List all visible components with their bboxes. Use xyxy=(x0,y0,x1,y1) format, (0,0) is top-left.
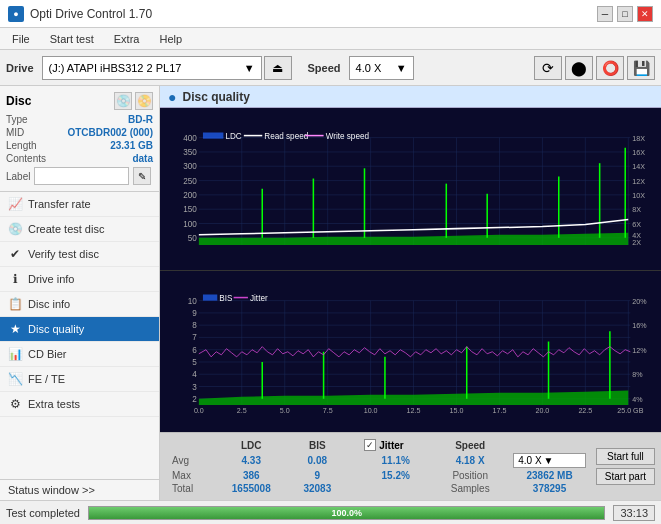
charts-container: 400 350 300 250 200 150 100 50 18X 16X 1… xyxy=(160,108,661,432)
erase-button[interactable]: ⭕ xyxy=(596,56,624,80)
menubar: File Start test Extra Help xyxy=(0,28,661,50)
app-icon: ● xyxy=(8,6,24,22)
sidebar-item-drive-info[interactable]: ℹ Drive info xyxy=(0,267,159,292)
cd-bier-icon: 📊 xyxy=(8,347,22,361)
disc-contents-key: Contents xyxy=(6,153,46,164)
progress-label: 100.0% xyxy=(331,508,362,518)
disc-panel-header: Disc 💿 📀 xyxy=(6,92,153,110)
svg-text:22.5: 22.5 xyxy=(578,407,592,415)
close-button[interactable]: ✕ xyxy=(637,6,653,22)
disc-panel: Disc 💿 📀 Type BD-R MID OTCBDR002 (000) L… xyxy=(0,86,159,192)
label-edit-button[interactable]: ✎ xyxy=(133,167,151,185)
drive-selector: (J:) ATAPI iHBS312 2 PL17 ▼ ⏏ xyxy=(42,56,292,80)
row-max-label: Max xyxy=(166,469,214,482)
window-controls: ─ □ ✕ xyxy=(597,6,653,22)
svg-text:Write speed: Write speed xyxy=(326,132,370,141)
nav-items: 📈 Transfer rate 💿 Create test disc ✔ Ver… xyxy=(0,192,159,417)
sidebar-item-create-test-disc[interactable]: 💿 Create test disc xyxy=(0,217,159,242)
total-bis: 32083 xyxy=(288,482,346,495)
refresh-button[interactable]: ⟳ xyxy=(534,56,562,80)
svg-text:6X: 6X xyxy=(632,221,641,229)
svg-text:0.0: 0.0 xyxy=(194,407,204,415)
titlebar: ● Opti Drive Control 1.70 ─ □ ✕ xyxy=(0,0,661,28)
sidebar-item-disc-quality[interactable]: ★ Disc quality xyxy=(0,317,159,342)
svg-text:4: 4 xyxy=(192,370,197,379)
jitter-checkbox[interactable] xyxy=(364,439,376,451)
svg-text:5: 5 xyxy=(192,358,197,367)
svg-text:5.0: 5.0 xyxy=(280,407,290,415)
svg-text:10: 10 xyxy=(188,296,198,305)
svg-text:10.0: 10.0 xyxy=(364,407,378,415)
disc-type-key: Type xyxy=(6,114,28,125)
drive-dropdown[interactable]: (J:) ATAPI iHBS312 2 PL17 ▼ xyxy=(42,56,262,80)
svg-text:16%: 16% xyxy=(632,322,647,330)
minimize-button[interactable]: ─ xyxy=(597,6,613,22)
disc-mid-row: MID OTCBDR002 (000) xyxy=(6,127,153,138)
statusbar: Test completed 100.0% 33:13 xyxy=(0,500,661,524)
record-button[interactable]: ⬤ xyxy=(565,56,593,80)
start-full-button[interactable]: Start full xyxy=(596,448,655,465)
content-header: ● Disc quality xyxy=(160,86,661,108)
content-header-title: Disc quality xyxy=(182,90,249,104)
main-layout: Disc 💿 📀 Type BD-R MID OTCBDR002 (000) L… xyxy=(0,86,661,500)
max-jitter: 15.2% xyxy=(358,469,433,482)
fe-te-icon: 📉 xyxy=(8,372,22,386)
disc-icon-2[interactable]: 📀 xyxy=(135,92,153,110)
titlebar-left: ● Opti Drive Control 1.70 xyxy=(8,6,152,22)
sidebar-item-fe-te[interactable]: 📉 FE / TE xyxy=(0,367,159,392)
svg-text:16X: 16X xyxy=(632,149,645,157)
svg-text:8: 8 xyxy=(192,321,197,330)
chart2-bis: 10 9 8 7 6 5 4 3 2 20% 16% 12% xyxy=(160,271,661,433)
max-ldc: 386 xyxy=(214,469,288,482)
svg-text:BIS: BIS xyxy=(219,293,233,302)
label-key: Label xyxy=(6,171,30,182)
speed-dropdown[interactable]: 4.0 X ▼ xyxy=(349,56,414,80)
stats-table: LDC BIS Jitter Speed Avg 4.33 0.08 xyxy=(166,438,592,495)
disc-icon-1[interactable]: 💿 xyxy=(114,92,132,110)
position-val: 23862 MB xyxy=(507,469,592,482)
sidebar-item-transfer-rate[interactable]: 📈 Transfer rate xyxy=(0,192,159,217)
svg-text:15.0: 15.0 xyxy=(450,407,464,415)
menu-start-test[interactable]: Start test xyxy=(42,31,102,47)
col-bis: BIS xyxy=(288,438,346,452)
sidebar-item-disc-info[interactable]: 📋 Disc info xyxy=(0,292,159,317)
disc-length-row: Length 23.31 GB xyxy=(6,140,153,151)
maximize-button[interactable]: □ xyxy=(617,6,633,22)
sidebar-item-label: Create test disc xyxy=(28,223,104,235)
progress-bar: 100.0% xyxy=(88,506,605,520)
status-window-button[interactable]: Status window >> xyxy=(0,479,159,500)
chart1-svg: 400 350 300 250 200 150 100 50 18X 16X 1… xyxy=(160,108,661,270)
svg-text:8X: 8X xyxy=(632,206,641,214)
eject-button[interactable]: ⏏ xyxy=(264,56,292,80)
sidebar-item-extra-tests[interactable]: ⚙ Extra tests xyxy=(0,392,159,417)
disc-length-key: Length xyxy=(6,140,37,151)
avg-ldc: 4.33 xyxy=(214,452,288,469)
svg-text:2X: 2X xyxy=(632,239,641,247)
svg-text:50: 50 xyxy=(188,234,198,243)
sidebar-item-cd-bier[interactable]: 📊 CD Bier xyxy=(0,342,159,367)
disc-quality-icon: ★ xyxy=(8,322,22,336)
svg-text:4%: 4% xyxy=(632,395,643,403)
chart1-ldc: 400 350 300 250 200 150 100 50 18X 16X 1… xyxy=(160,108,661,271)
svg-text:18X: 18X xyxy=(632,135,645,143)
svg-text:400: 400 xyxy=(183,134,197,143)
samples-label: Samples xyxy=(433,482,507,495)
col-ldc: LDC xyxy=(214,438,288,452)
svg-rect-45 xyxy=(203,133,223,139)
disc-contents-row: Contents data xyxy=(6,153,153,164)
sidebar-item-label: Transfer rate xyxy=(28,198,91,210)
row-avg-label: Avg xyxy=(166,452,214,469)
label-input[interactable] xyxy=(34,167,129,185)
progress-fill: 100.0% xyxy=(89,507,604,519)
action-buttons: Start full Start part xyxy=(596,448,655,485)
save-button[interactable]: 💾 xyxy=(627,56,655,80)
svg-text:7.5: 7.5 xyxy=(323,407,333,415)
menu-file[interactable]: File xyxy=(4,31,38,47)
sidebar: Disc 💿 📀 Type BD-R MID OTCBDR002 (000) L… xyxy=(0,86,160,500)
menu-extra[interactable]: Extra xyxy=(106,31,148,47)
start-part-button[interactable]: Start part xyxy=(596,468,655,485)
speed-select[interactable]: 4.0 X▼ xyxy=(513,453,586,468)
menu-help[interactable]: Help xyxy=(151,31,190,47)
sidebar-item-verify-test-disc[interactable]: ✔ Verify test disc xyxy=(0,242,159,267)
chart2-svg: 10 9 8 7 6 5 4 3 2 20% 16% 12% xyxy=(160,271,661,433)
